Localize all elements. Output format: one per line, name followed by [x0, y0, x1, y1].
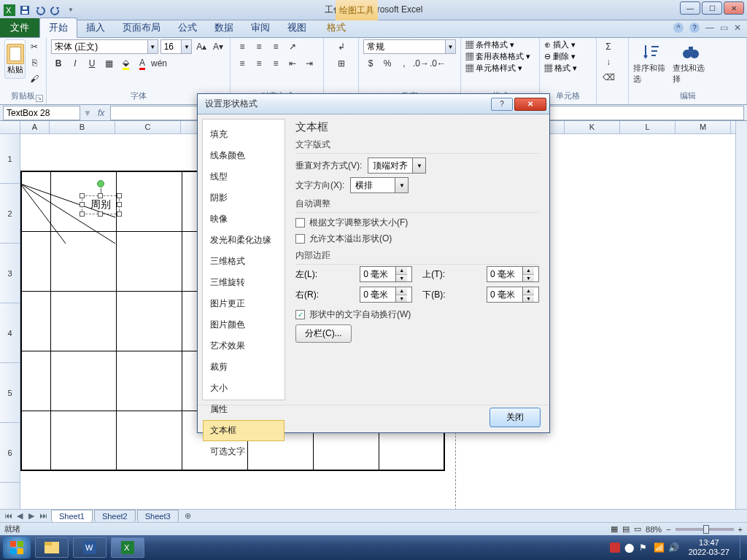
resize-handle-s[interactable] [98, 211, 103, 217]
row-header[interactable]: 4 [0, 303, 20, 363]
resize-handle-se[interactable] [117, 211, 122, 217]
copy-icon[interactable]: ⎘ [27, 55, 42, 70]
number-format-combo[interactable]: 常规▼ [363, 39, 456, 54]
wrap-text-icon[interactable]: ↲ [328, 39, 355, 54]
tray-volume-icon[interactable]: 🔊 [668, 542, 678, 553]
resize-handle-w[interactable] [80, 202, 85, 207]
align-top-icon[interactable]: ≡ [235, 39, 249, 54]
fill-icon[interactable]: ↓ [601, 55, 616, 69]
font-size-combo[interactable]: 16▼ [160, 39, 193, 54]
tray-shield-icon[interactable]: ⬤ [624, 542, 635, 553]
view-normal-icon[interactable]: ▦ [611, 524, 618, 534]
taskbar-explorer-icon[interactable] [35, 537, 69, 558]
underline-button[interactable]: U [85, 56, 99, 71]
find-select-button[interactable]: 查找和选择 [673, 39, 709, 88]
currency-icon[interactable]: $ [363, 56, 378, 71]
increase-indent-icon[interactable]: ⇥ [302, 56, 317, 71]
clear-icon[interactable]: ⌫ [601, 70, 616, 85]
dialog-category-item[interactable]: 阴影 [203, 187, 285, 209]
decrease-decimal-icon[interactable]: .0← [430, 56, 445, 71]
margin-top-input[interactable]: ▲▼ [487, 266, 539, 282]
col-header[interactable]: L [620, 121, 676, 133]
zoom-out-button[interactable]: − [666, 525, 670, 534]
conditional-format-button[interactable]: ▦ 条件格式 ▾ [465, 39, 535, 50]
dialog-category-item[interactable]: 图片颜色 [203, 314, 285, 335]
tray-ime-icon[interactable] [610, 542, 620, 553]
resize-handle-e[interactable] [117, 202, 122, 207]
wrap-text-checkbox[interactable]: ✓ [295, 310, 305, 319]
tray-network-icon[interactable]: 📶 [654, 542, 664, 553]
tab-view[interactable]: 视图 [279, 18, 315, 37]
zoom-slider[interactable] [676, 528, 734, 531]
merge-icon[interactable]: ⊞ [328, 56, 355, 71]
col-header[interactable]: K [565, 121, 620, 133]
view-page-break-icon[interactable]: ▭ [634, 524, 641, 534]
delete-cells-button[interactable]: ⊖ 删除 ▾ [544, 51, 592, 62]
undo-icon[interactable] [34, 4, 47, 17]
format-painter-icon[interactable]: 🖌 [27, 71, 42, 86]
save-icon[interactable] [18, 4, 31, 17]
dialog-category-item[interactable]: 映像 [203, 209, 285, 230]
row-header[interactable]: 1 [0, 134, 20, 184]
italic-button[interactable]: I [68, 56, 82, 71]
insert-cells-button[interactable]: ⊕ 插入 ▾ [544, 39, 592, 50]
dialog-help-button[interactable]: ? [491, 98, 513, 111]
font-color-icon[interactable]: A [135, 56, 150, 71]
resize-handle-ne[interactable] [117, 193, 122, 198]
rotation-handle[interactable] [97, 180, 104, 187]
autosum-icon[interactable]: Σ [601, 39, 616, 54]
tab-home[interactable]: 开始 [39, 18, 77, 38]
align-left-icon[interactable]: ≡ [235, 56, 249, 71]
close-button[interactable]: ✕ [724, 1, 744, 15]
col-header[interactable]: C [115, 121, 181, 133]
sheet-tab-1[interactable]: Sheet1 [51, 510, 93, 522]
dialog-category-item[interactable]: 线型 [203, 166, 285, 187]
row-header[interactable]: 5 [0, 363, 20, 423]
text-direction-select[interactable]: 横排▼ [350, 177, 409, 193]
show-desktop-button[interactable] [740, 537, 746, 559]
paste-button[interactable]: 粘贴 [4, 39, 26, 79]
clipboard-launcher-icon[interactable]: ↘ [36, 95, 43, 102]
tab-review[interactable]: 审阅 [242, 18, 279, 37]
textbox-shape[interactable]: 周别 [82, 195, 120, 214]
sheet-last-icon[interactable]: ⏭ [38, 511, 48, 521]
zoom-in-button[interactable]: + [738, 525, 743, 534]
sheet-tab-3[interactable]: Sheet3 [137, 510, 179, 522]
row-header[interactable]: 3 [0, 244, 20, 303]
dialog-category-item[interactable]: 艺术效果 [203, 335, 285, 357]
columns-button[interactable]: 分栏(C)... [295, 324, 352, 343]
tab-insert[interactable]: 插入 [77, 18, 114, 37]
resize-handle-sw[interactable] [80, 211, 85, 217]
dialog-category-item[interactable]: 发光和柔化边缘 [203, 230, 285, 251]
decrease-indent-icon[interactable]: ⇤ [285, 56, 300, 71]
taskbar-word-icon[interactable]: W [73, 537, 107, 558]
tab-formulas[interactable]: 公式 [169, 18, 206, 37]
margin-left-input[interactable]: ▲▼ [360, 266, 412, 282]
increase-decimal-icon[interactable]: .0→ [414, 56, 428, 71]
format-cells-button[interactable]: ▦ 格式 ▾ [544, 63, 592, 74]
vertical-scrollbar[interactable] [735, 121, 747, 510]
taskbar-excel-icon[interactable]: X [111, 537, 144, 558]
view-page-layout-icon[interactable]: ▤ [622, 524, 630, 534]
percent-icon[interactable]: % [380, 56, 395, 71]
dialog-category-item[interactable]: 属性 [203, 399, 285, 420]
dialog-close-button[interactable]: 关闭 [489, 408, 541, 427]
bold-button[interactable]: B [51, 56, 66, 71]
overflow-checkbox[interactable] [295, 234, 305, 244]
redo-icon[interactable] [49, 4, 62, 17]
resize-handle-nw[interactable] [80, 193, 85, 198]
select-all-corner[interactable] [0, 121, 20, 133]
col-header[interactable]: B [50, 121, 115, 133]
tab-page-layout[interactable]: 页面布局 [114, 18, 169, 37]
col-header[interactable]: M [676, 121, 731, 133]
dialog-category-item[interactable]: 图片更正 [203, 293, 285, 314]
table-format-button[interactable]: ▦ 套用表格格式 ▾ [465, 51, 535, 62]
minimize-button[interactable]: — [680, 1, 700, 15]
dialog-category-item[interactable]: 文本框 [203, 420, 285, 441]
fill-color-icon[interactable]: ⬙ [118, 56, 133, 71]
dialog-category-item[interactable]: 填充 [203, 124, 285, 145]
border-icon[interactable]: ▦ [101, 56, 116, 71]
sheet-next-icon[interactable]: ▶ [26, 511, 36, 521]
dialog-category-item[interactable]: 可选文字 [203, 441, 285, 462]
sheet-first-icon[interactable]: ⏮ [3, 511, 13, 521]
